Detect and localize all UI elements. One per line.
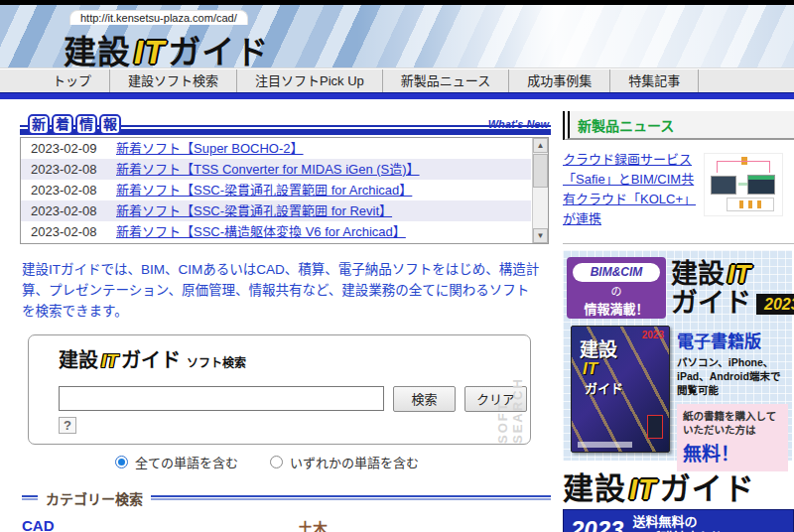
- news-link[interactable]: 新着ソフト【Super BOCHO-2】: [116, 138, 304, 159]
- paper-purchase-note: 紙の書籍を購入していただいた方は: [683, 409, 782, 437]
- free-label: 無料！: [683, 439, 782, 466]
- book-cover-phone-image: [647, 415, 663, 439]
- banner1-logo-part1: 建設: [671, 259, 725, 289]
- banner2-year: 2023: [571, 516, 623, 532]
- banner2-logo-part3: ガイド: [660, 471, 755, 506]
- site-header: http://it.kensetsu-plaza.com/cad/ 建設ITガイ…: [0, 5, 794, 68]
- ebook-edition-title: 電子書籍版: [677, 328, 788, 352]
- sidebar-divider: [563, 243, 794, 244]
- news-row: 2023-02-08 新着ソフト【SSC-梁貫通孔設置範囲 for Archic…: [21, 180, 531, 200]
- whats-new-title-char: 新: [28, 114, 50, 135]
- sidebar: 新製品ニュース クラウド録画サービス「Safie」とBIM/CIM共有クラウド「…: [563, 111, 794, 532]
- bim-cim-particle: の: [567, 283, 666, 299]
- category-column-cad: CAD 汎用CAD土木CAD建築CADCAD・CGCAFM CAD部品・オプショ…: [22, 517, 298, 532]
- soft-search-watermark: SOFT SEARCH: [495, 345, 525, 444]
- book-cover: 2023 建設 IT ガイド: [571, 326, 670, 453]
- news-row: 2023-02-08 新着ソフト【TSS Converter for MIDAS…: [21, 159, 531, 180]
- banner2-line1: 送料無料の: [632, 514, 697, 529]
- site-description: 建設ITガイドでは、BIM、CIMあるいはCAD、積算、電子納品ソフトをはじめ、…: [22, 260, 540, 323]
- category-columns: CAD 汎用CAD土木CAD建築CADCAD・CGCAFM CAD部品・オプショ…: [22, 517, 551, 532]
- news-date: 2023-02-08: [21, 200, 116, 221]
- main-column: 新着情報 What's New 2023-02-09 新着ソフト【Super B…: [20, 111, 551, 532]
- search-logo-part1: 建設: [59, 349, 98, 371]
- category-column-doboku: 土木 共通測量（調査・計画） 設計解析・研究積算その他: [298, 517, 546, 532]
- news-date: 2023-02-09: [21, 138, 116, 159]
- category-title-doboku[interactable]: 土木: [298, 517, 328, 532]
- banner1-logo-it: IT: [725, 259, 753, 289]
- ebook-devices-text: パソコン、iPhone、iPad、Android端末で閲覧可能: [677, 355, 788, 398]
- category-search-header: カテゴリー検索: [22, 488, 551, 508]
- scroll-down-arrow-icon[interactable]: ▼: [533, 228, 548, 243]
- search-logo-suffix: ソフト検索: [187, 356, 246, 370]
- book-cover-bottom-strip: [578, 442, 632, 448]
- help-icon[interactable]: ?: [59, 417, 76, 434]
- site-logo-part1: 建設: [64, 34, 131, 70]
- whats-new-title-char: 情: [75, 114, 97, 135]
- nav-tab[interactable]: 特集記事: [610, 69, 699, 92]
- category-header-line-right: [151, 495, 551, 500]
- banner2-logo: 建設ITガイド: [563, 472, 794, 506]
- banner2-logo-it: IT: [626, 473, 660, 505]
- whats-new-title-char: 着: [52, 114, 73, 135]
- bim-cim-badge: BIM&CIM の 情報満載！: [567, 257, 666, 319]
- search-input[interactable]: [59, 386, 384, 411]
- bim-cim-catch: 情報満載！: [567, 299, 666, 318]
- book-cover-title1: 建設: [572, 340, 669, 359]
- person-icon: [739, 200, 743, 208]
- news-link[interactable]: 新着ソフト【TSS Converter for MIDAS iGen (S造)】: [116, 159, 420, 180]
- book-cover-year: 2023: [572, 327, 669, 340]
- ebook-ad-banner[interactable]: BIM&CIM の 情報満載！ 建設IT ガイド2023 2023 建設 IT …: [563, 250, 792, 461]
- search-logo-part3: ガイド: [121, 349, 181, 371]
- whats-new-header: 新着情報 What's New: [20, 111, 551, 135]
- banner2-logo-part1: 建設: [563, 471, 626, 506]
- banner2-blue-bar: 2023 送料無料の ご購読申し込み: [563, 509, 794, 532]
- news-row: 2023-02-08 新着ソフト【SSC-梁貫通孔設置範囲 for Revit】: [21, 200, 531, 221]
- news-date: 2023-02-08: [21, 180, 116, 200]
- software-search-panel: 建設ITガイドソフト検索 検索 クリア ? SOFT SEARCH: [28, 334, 531, 445]
- nav-tab[interactable]: 新製品ニュース: [383, 69, 509, 92]
- site-logo-part3: ガイド: [168, 34, 269, 70]
- news-date: 2023-02-08: [21, 159, 116, 180]
- news-list-box: 2023-02-09 新着ソフト【Super BOCHO-2】 2023-02-…: [20, 137, 549, 244]
- book-cover-title-it: IT: [572, 359, 669, 379]
- sidebar-news-link[interactable]: クラウド録画サービス「Safie」とBIM/CIM共有クラウド「KOLC+」が連…: [563, 150, 698, 230]
- news-list: 2023-02-09 新着ソフト【Super BOCHO-2】 2023-02-…: [21, 138, 531, 243]
- whats-new-title: 新着情報: [28, 114, 123, 135]
- site-url: http://it.kensetsu-plaza.com/cad/: [69, 10, 248, 25]
- banner1-logo: 建設IT ガイド2023: [671, 260, 794, 319]
- news-scrollbar[interactable]: ▲ ▼: [532, 138, 548, 243]
- news-link[interactable]: 新着ソフト【SSC-構造躯体変換 V6 for Archicad】: [116, 221, 406, 242]
- banner1-logo-part3: ガイド: [671, 289, 751, 319]
- kolc-screenshot: [711, 176, 736, 195]
- news-row: 2023-02-09 新着ソフト【Super BOCHO-2】: [21, 138, 531, 159]
- radio-all-words-label: 全ての単語を含む: [135, 453, 238, 471]
- whats-new-title-char: 報: [99, 114, 121, 135]
- sidebar-news-header: 新製品ニュース: [563, 111, 794, 140]
- subscription-ad-banner[interactable]: 建設ITガイド 2023 送料無料の ご購読申し込み: [563, 472, 794, 532]
- radio-all-words[interactable]: [115, 456, 128, 468]
- nav-accent-bar: [0, 92, 794, 99]
- radio-any-word[interactable]: [270, 456, 283, 468]
- category-title-cad[interactable]: CAD: [22, 517, 55, 532]
- diagram-connector: [717, 161, 770, 173]
- search-mode-options: 全ての単語を含む いずれかの単語を含む: [115, 453, 551, 471]
- category-search-title: カテゴリー検索: [46, 488, 143, 508]
- person-icon: [757, 200, 761, 208]
- site-logo: 建設ITガイド: [64, 26, 269, 73]
- category-header-line-left: [22, 495, 38, 500]
- news-link[interactable]: 新着ソフト【SSC-梁貫通孔設置範囲 for Revit】: [116, 200, 392, 221]
- news-date: 2023-02-08: [21, 221, 116, 242]
- nav-tab[interactable]: 成功事例集: [509, 69, 610, 92]
- sidebar-news-thumbnail[interactable]: [704, 153, 783, 216]
- banner2-text: 送料無料の ご購読申し込み: [632, 514, 737, 532]
- scrollbar-thumb[interactable]: [533, 154, 548, 188]
- search-button[interactable]: 検索: [393, 386, 456, 412]
- diagram-users-box: [727, 198, 774, 211]
- bim-cim-pill: BIM&CIM: [573, 263, 660, 282]
- paper-purchase-box: 紙の書籍を購入していただいた方は 無料！: [677, 404, 788, 471]
- news-link[interactable]: 新着ソフト【SSC-梁貫通孔設置範囲 for Archicad】: [116, 180, 412, 200]
- search-logo-it: IT: [98, 350, 121, 371]
- site-logo-it: IT: [131, 34, 168, 70]
- scroll-up-arrow-icon[interactable]: ▲: [533, 138, 548, 153]
- news-row: 2023-02-08 新着ソフト【SSC-構造躯体変換 V6 for Archi…: [21, 221, 531, 242]
